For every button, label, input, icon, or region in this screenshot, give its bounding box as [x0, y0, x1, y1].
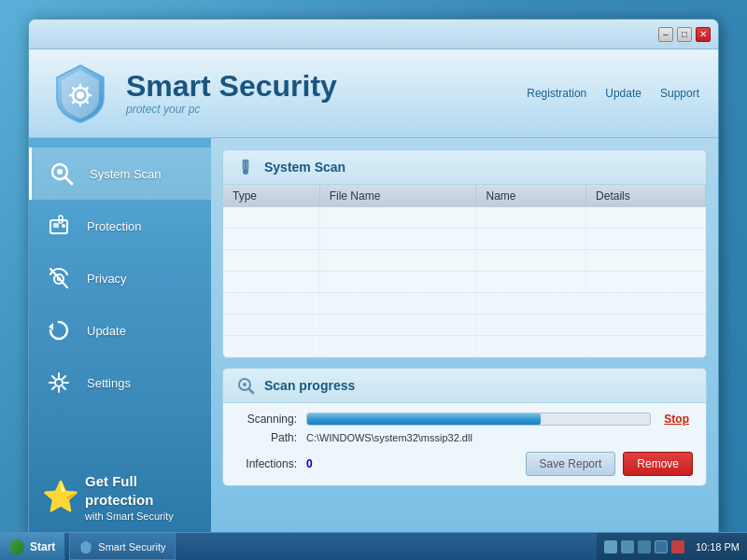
sidebar-item-settings[interactable]: Settings	[29, 357, 211, 409]
infections-row: Infections: 0 Save Report Remove	[236, 452, 693, 476]
table-row	[223, 229, 706, 250]
logo-area: Smart Security protect your pc	[48, 61, 337, 126]
app-body: System Scan Protection	[29, 138, 718, 536]
sidebar-item-update[interactable]: Update	[29, 304, 211, 357]
sidebar: System Scan Protection	[29, 138, 211, 536]
main-content: System Scan Type File Name Name Details	[211, 138, 718, 536]
title-bar-controls: – □ ✕	[658, 27, 711, 42]
promo-sub: with Smart Security	[85, 511, 174, 522]
title-bold: Security	[219, 69, 337, 103]
title-bar: – □ ✕	[29, 20, 718, 49]
close-button[interactable]: ✕	[696, 27, 711, 42]
infections-label: Infections:	[236, 457, 297, 470]
update-icon	[44, 315, 74, 345]
path-row: Path: C:\WINDOWS\system32\mssip32.dll	[236, 431, 693, 444]
sidebar-label-settings: Settings	[87, 376, 131, 390]
svg-point-15	[62, 224, 65, 228]
table-row	[223, 293, 706, 315]
svg-rect-14	[53, 223, 59, 228]
desktop: – □ ✕	[0, 0, 747, 560]
privacy-icon	[44, 263, 74, 293]
app-title: Smart Security	[126, 71, 337, 101]
infections-count: 0	[306, 457, 313, 470]
windows-logo-icon	[9, 539, 24, 554]
promo-text: Get Fullprotection with Smart Security	[85, 472, 174, 525]
scan-icon	[236, 376, 255, 395]
scan-table: Type File Name Name Details	[223, 185, 706, 357]
promo-title: Get Fullprotection	[85, 472, 174, 509]
system-scan-title: System Scan	[264, 160, 345, 175]
col-type: Type	[223, 185, 319, 207]
shield-logo-icon	[48, 61, 113, 126]
sidebar-item-privacy[interactable]: Privacy	[29, 252, 211, 304]
svg-point-23	[243, 169, 248, 175]
table-row	[223, 272, 706, 293]
header-nav: Registration Update Support	[527, 87, 699, 100]
action-buttons: Save Report Remove	[526, 452, 693, 476]
stop-button[interactable]: Stop	[660, 413, 693, 426]
svg-point-20	[55, 379, 63, 386]
scan-progress-panel: Scan progress Scanning: Stop	[222, 368, 707, 486]
scan-progress-title: Scan progress	[264, 378, 355, 393]
scanning-row: Scanning: Stop	[236, 413, 693, 426]
app-window: – □ ✕	[28, 19, 719, 537]
start-label: Start	[30, 540, 55, 553]
path-value: C:\WINDOWS\system32\mssip32.dll	[306, 432, 472, 443]
svg-line-9	[73, 101, 75, 103]
minimize-button[interactable]: –	[658, 27, 673, 42]
nav-registration[interactable]: Registration	[527, 87, 586, 100]
sys-tray-icon-4	[655, 540, 668, 553]
svg-marker-19	[49, 323, 53, 330]
sys-tray-icon-2	[621, 540, 634, 553]
nav-update[interactable]: Update	[605, 87, 641, 100]
scanning-label: Scanning:	[236, 413, 297, 426]
sidebar-item-protection[interactable]: Protection	[29, 200, 211, 252]
table-row	[223, 336, 706, 357]
svg-point-1	[77, 91, 84, 99]
app-tagline: protect your pc	[126, 103, 337, 116]
settings-icon	[44, 368, 74, 398]
sys-tray-icon-5	[671, 540, 684, 553]
app-title-area: Smart Security protect your pc	[126, 71, 337, 116]
taskbar-app-label: Smart Security	[98, 541, 165, 553]
sys-tray-icon-3	[638, 540, 651, 553]
maximize-button[interactable]: □	[677, 27, 692, 42]
progress-bar-fill	[307, 413, 541, 425]
taskbar: Start Smart Security 10:18 PM	[0, 532, 747, 560]
progress-bar-container	[306, 413, 651, 426]
col-details: Details	[586, 185, 706, 207]
system-scan-panel-header: System Scan	[223, 150, 706, 185]
table-row	[223, 315, 706, 336]
nav-support[interactable]: Support	[660, 87, 699, 100]
remove-button[interactable]: Remove	[623, 452, 693, 476]
taskbar-app-icon	[79, 540, 92, 553]
sidebar-label-update: Update	[87, 324, 126, 338]
start-button[interactable]: Start	[0, 533, 65, 560]
col-filename: File Name	[319, 185, 476, 207]
col-name: Name	[476, 185, 586, 207]
taskbar-time: 10:18 PM	[696, 541, 740, 553]
sidebar-label-privacy: Privacy	[87, 272, 127, 286]
system-scan-panel: System Scan Type File Name Name Details	[222, 149, 707, 358]
svg-point-11	[57, 169, 63, 175]
taskbar-right: 10:18 PM	[597, 533, 747, 560]
taskbar-app-smart-security[interactable]: Smart Security	[69, 533, 176, 560]
scan-progress-header: Scan progress	[223, 369, 706, 403]
table-row	[223, 207, 706, 229]
title-normal: Smart	[126, 69, 219, 103]
save-report-button[interactable]: Save Report	[526, 452, 616, 476]
svg-line-28	[249, 389, 254, 394]
path-label: Path:	[236, 431, 297, 444]
svg-point-27	[243, 383, 247, 386]
protection-icon	[44, 211, 74, 241]
sidebar-label-protection: Protection	[87, 219, 142, 233]
app-header: Smart Security protect your pc Registrat…	[29, 49, 718, 138]
promo-banner[interactable]: ⭐ Get Fullprotection with Smart Security	[29, 461, 211, 536]
sys-tray-icon-1	[604, 540, 617, 553]
table-row	[223, 250, 706, 272]
svg-line-6	[73, 88, 75, 90]
system-scan-icon	[47, 159, 77, 189]
sidebar-item-system-scan[interactable]: System Scan	[29, 147, 211, 200]
progress-content: Scanning: Stop Path: C:\WINDOWS\system32…	[223, 403, 706, 485]
sidebar-label-system-scan: System Scan	[90, 167, 162, 181]
